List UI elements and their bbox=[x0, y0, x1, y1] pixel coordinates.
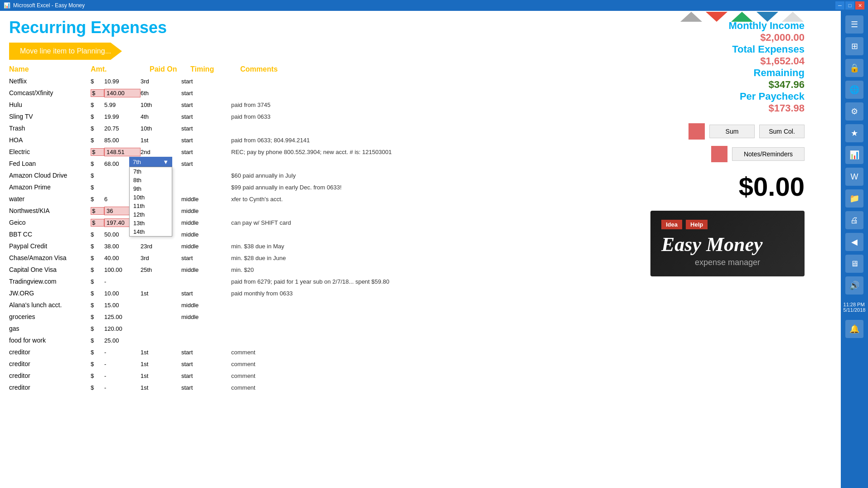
dropdown-item[interactable]: 10th bbox=[130, 193, 172, 202]
dropdown-item[interactable]: 11th bbox=[130, 202, 172, 210]
dropdown-item[interactable]: 12th bbox=[130, 210, 172, 219]
expense-name: Hulu bbox=[9, 101, 91, 108]
per-paycheck-value: $173.98 bbox=[650, 102, 805, 114]
paid-on: 10th bbox=[141, 101, 181, 108]
sidebar-icon-folder[interactable]: 📁 bbox=[845, 189, 863, 208]
table-row: creditor $ - 1st start comment bbox=[9, 358, 417, 370]
maximize-button[interactable]: □ bbox=[845, 1, 854, 10]
table-row: Sling TV $ 19.99 4th start paid from 063… bbox=[9, 111, 417, 122]
expense-table: Netflix $ 10.99 3rd start Comcast/Xfinit… bbox=[9, 75, 417, 393]
sidebar-icon-chart[interactable]: 📊 bbox=[845, 146, 863, 164]
sidebar-icon-menu[interactable]: ☰ bbox=[845, 15, 863, 34]
timing-value: start bbox=[181, 101, 231, 108]
expense-name: BBT CC bbox=[9, 231, 91, 238]
per-paycheck-label: Per Paycheck bbox=[650, 91, 805, 102]
dollar-sign: $ bbox=[91, 278, 104, 285]
dropdown-list[interactable]: 7th8th9th10th11th12th13th14th bbox=[129, 167, 172, 237]
sidebar-icon-globe[interactable]: 🌐 bbox=[845, 81, 863, 99]
expense-name: Geico bbox=[9, 219, 91, 226]
sidebar-icon-arrow[interactable]: ◀ bbox=[845, 233, 863, 251]
table-row: food for work $ 25.00 bbox=[9, 334, 417, 346]
monthly-income-value: $2,000.00 bbox=[650, 32, 805, 43]
brand-name: Easy Money bbox=[661, 233, 794, 256]
title-bar-controls[interactable]: ─ □ ✕ bbox=[835, 1, 864, 10]
close-button[interactable]: ✕ bbox=[855, 1, 864, 10]
dropdown-item[interactable]: 13th bbox=[130, 219, 172, 227]
summary-section: Monthly Income $2,000.00 Total Expenses … bbox=[650, 20, 805, 114]
dollar-sign: $ bbox=[91, 266, 104, 273]
expense-name: Amazon Prime bbox=[9, 184, 91, 191]
paid-on: 1st bbox=[141, 384, 181, 391]
paid-on: 23rd bbox=[141, 243, 181, 250]
comment-value: $99 paid annually in early Dec. from 063… bbox=[231, 184, 417, 191]
expense-name: Chase/Amazon Visa bbox=[9, 254, 91, 261]
table-row: creditor $ - 1st start comment bbox=[9, 382, 417, 393]
timing-value: start bbox=[181, 78, 231, 85]
sum-button[interactable]: Sum bbox=[709, 125, 755, 138]
timing-value: start bbox=[181, 160, 231, 167]
sidebar-icon-word[interactable]: W bbox=[845, 168, 863, 186]
title-bar: 📊 Microsoft Excel - Easy Money ─ □ ✕ bbox=[0, 0, 868, 11]
timing-value: start bbox=[181, 90, 231, 97]
expense-name: creditor bbox=[9, 372, 91, 379]
main-container: Recurring Expenses Move line item to Pla… bbox=[0, 11, 868, 488]
table-row: Comcast/Xfinity $ 140.00 6th start bbox=[9, 87, 417, 99]
paid-on: 1st bbox=[141, 290, 181, 297]
timing-value: middle bbox=[181, 302, 231, 309]
table-row: Amazon Cloud Drive $ $60 paid annually i… bbox=[9, 169, 417, 181]
comment-value: comment bbox=[231, 349, 417, 356]
window-title: Microsoft Excel - Easy Money bbox=[13, 2, 85, 9]
dollar-sign: $ bbox=[91, 243, 104, 250]
comment-value: xfer to Cynth's acct. bbox=[231, 196, 417, 203]
paid-on: 1st bbox=[141, 137, 181, 144]
table-row: Netflix $ 10.99 3rd start bbox=[9, 75, 417, 87]
move-button[interactable]: Move line item to Planning... bbox=[9, 43, 122, 60]
big-amount: $0.00 bbox=[650, 171, 805, 202]
red-square-2[interactable] bbox=[711, 146, 727, 162]
dropdown-item[interactable]: 14th bbox=[130, 227, 172, 236]
sidebar-icon-print[interactable]: 🖨 bbox=[845, 211, 863, 229]
dropdown-container[interactable]: 7th ▼ 7th8th9th10th11th12th13th14th bbox=[129, 157, 172, 237]
dropdown-item[interactable]: 8th bbox=[130, 176, 172, 184]
comment-value: comment bbox=[231, 361, 417, 367]
right-panel: Monthly Income $2,000.00 Total Expenses … bbox=[650, 20, 805, 276]
amount-value: 19.99 bbox=[104, 113, 141, 120]
dropdown-item[interactable]: 9th bbox=[130, 184, 172, 193]
minimize-button[interactable]: ─ bbox=[835, 1, 844, 10]
amount-value: 20.75 bbox=[104, 125, 141, 132]
red-square-1[interactable] bbox=[689, 123, 705, 140]
table-row: Fed Loan $ 68.00 start bbox=[9, 158, 417, 169]
table-row: Electric $ 148.51 2nd start REC; pay by … bbox=[9, 146, 417, 158]
sum-col-button[interactable]: Sum Col. bbox=[759, 125, 805, 138]
sidebar-icon-sound[interactable]: 🔊 bbox=[845, 276, 863, 295]
sidebar-icon-lock[interactable]: 🔒 bbox=[845, 59, 863, 77]
amount-value: 5.99 bbox=[104, 101, 141, 108]
title-bar-left: 📊 Microsoft Excel - Easy Money bbox=[4, 2, 85, 9]
comment-value: paid monthly from 0633 bbox=[231, 290, 417, 297]
dollar-sign: $ bbox=[91, 325, 104, 332]
sidebar-icon-grid[interactable]: ⊞ bbox=[845, 37, 863, 55]
paid-on: 1st bbox=[141, 361, 181, 367]
amount-value: - bbox=[104, 372, 141, 379]
timing-value: start bbox=[181, 255, 231, 261]
sidebar-icon-notification[interactable]: 🔔 bbox=[845, 320, 863, 338]
dropdown-item[interactable]: 7th bbox=[130, 167, 172, 176]
notes-reminders-button[interactable]: Notes/Reminders bbox=[732, 147, 805, 161]
dropdown-value: 7th bbox=[133, 159, 141, 165]
expense-name: Paypal Credit bbox=[9, 242, 91, 250]
dollar-sign: $ bbox=[91, 172, 104, 179]
paid-on: 10th bbox=[141, 125, 181, 132]
sidebar-icon-star[interactable]: ★ bbox=[845, 124, 863, 142]
dropdown-selected[interactable]: 7th ▼ bbox=[129, 157, 172, 167]
dollar-sign: $ bbox=[91, 125, 104, 132]
dollar-sign: $ bbox=[91, 101, 104, 108]
dollar-sign: $ bbox=[91, 314, 104, 320]
sidebar-icon-settings[interactable]: ⚙ bbox=[845, 102, 863, 121]
sidebar-icon-clock: 11:28 PM5/11/2018 bbox=[845, 298, 863, 316]
expense-name: Alana's lunch acct. bbox=[9, 301, 91, 309]
table-row: Tradingview.com $ - paid from 6279; paid… bbox=[9, 275, 417, 287]
comment-value: paid from 3745 bbox=[231, 101, 417, 108]
sidebar-icon-monitor[interactable]: 🖥 bbox=[845, 255, 863, 273]
col-header-name: Name bbox=[9, 65, 91, 73]
remaining-value: $347.96 bbox=[650, 79, 805, 91]
